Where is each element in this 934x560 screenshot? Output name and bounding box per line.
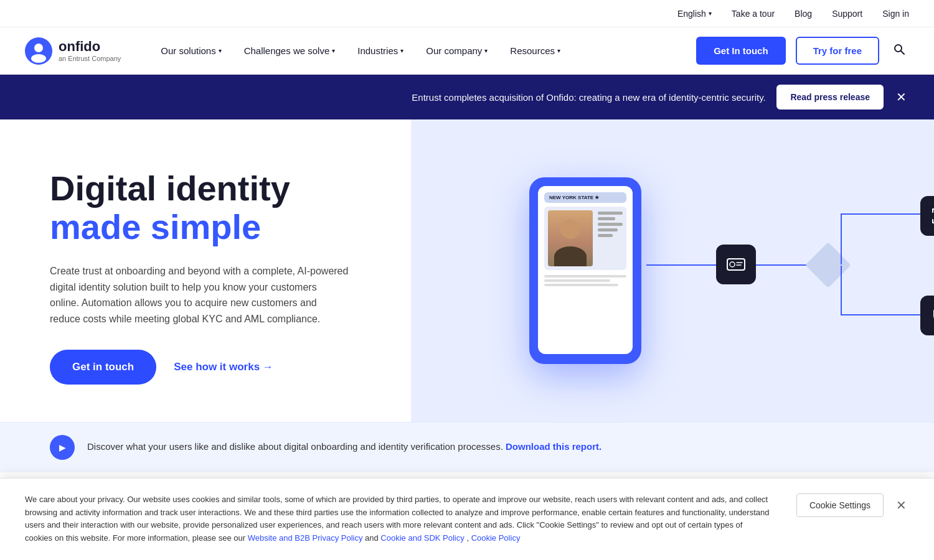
chevron-down-icon: ▾ [484,47,488,54]
hero-title-line1: Digital identity [50,169,374,208]
flow-line-v2 [841,266,842,315]
top-bar: English Take a tour Blog Support Sign in [0,0,934,27]
play-button[interactable]: ▶ [50,435,75,460]
nav-item-challenges[interactable]: Challenges we solve ▾ [234,40,346,61]
flow-line-v1 [841,215,842,264]
phone-mockup: NEW YORK STATE ★ [529,177,641,364]
flow-line-h4 [841,314,922,315]
announcement-banner: Entrust completes acquisition of Onfido:… [0,75,934,119]
search-icon [893,43,905,55]
sign-in-link[interactable]: Sign in [882,9,909,19]
info-bar-text: Discover what your users like and dislik… [87,440,601,454]
banner-text: Entrust completes acquisition of Onfido:… [401,92,777,103]
cookie-sdk-policy-link[interactable]: Cookie and SDK Policy [380,533,464,543]
nav-item-industries[interactable]: Industries ▾ [347,40,413,61]
hero-diagram: NEW YORK STATE ★ [492,165,853,376]
cookie-settings-button[interactable]: Cookie Settings [796,493,884,517]
svg-point-1 [34,44,43,52]
try-for-free-button[interactable]: Try for free [796,37,879,65]
onfido-logo-icon [25,37,52,65]
cookie-text-comma: , [466,533,471,543]
nav-actions: Get In touch Try for free [696,37,909,65]
flow-node-lower [920,296,934,335]
flow-node-upper [920,196,934,236]
cookie-text-and: and [365,533,380,543]
nav-label-company: Our company [426,45,482,56]
chevron-down-icon: ▾ [557,47,560,54]
face-scan-icon [930,206,934,226]
id-card-icon [726,254,746,274]
hero-content: Digital identity made simple Create trus… [0,119,411,422]
main-navigation: onfido an Entrust Company Our solutions … [0,27,934,75]
hero-get-in-touch-button[interactable]: Get in touch [50,350,156,385]
nav-item-company[interactable]: Our company ▾ [416,40,498,61]
info-bar: ▶ Discover what your users like and disl… [0,422,934,472]
hero-section: Digital identity made simple Create trus… [0,119,934,422]
verification-icon [930,306,934,325]
download-report-link[interactable]: Download this report. [506,441,601,452]
take-tour-link[interactable]: Take a tour [732,9,775,19]
blog-link[interactable]: Blog [795,9,812,19]
support-link[interactable]: Support [832,9,862,19]
chevron-down-icon: ▾ [332,47,335,54]
close-banner-button[interactable]: ✕ [894,87,909,107]
read-press-release-button[interactable]: Read press release [776,85,884,110]
hero-description: Create trust at onboarding and beyond wi… [50,263,349,327]
get-in-touch-button[interactable]: Get In touch [696,37,786,65]
logo-sub-text: an Entrust Company [59,55,121,62]
banner-actions: Read press release ✕ [776,85,909,110]
svg-point-6 [730,262,735,267]
nav-item-resources[interactable]: Resources ▾ [500,40,570,61]
cookie-banner: We care about your privacy. Our website … [0,478,934,560]
search-button[interactable] [889,39,909,62]
svg-line-4 [901,51,904,54]
cookie-actions: Cookie Settings ✕ [796,493,909,517]
hero-see-how-it-works-button[interactable]: See how it works → [174,361,273,373]
flow-diamond [805,242,851,288]
hero-buttons: Get in touch See how it works → [50,350,374,385]
flow-line-h3 [841,213,922,215]
hero-illustration: NEW YORK STATE ★ [411,119,934,422]
nav-item-solutions[interactable]: Our solutions ▾ [151,40,231,61]
hero-title-line2: made simple [50,208,374,246]
logo[interactable]: onfido an Entrust Company [25,37,121,65]
nav-label-challenges: Challenges we solve [244,45,330,56]
close-cookie-banner-button[interactable]: ✕ [894,495,909,515]
cookie-text: We care about your privacy. Our website … [25,493,771,545]
cookie-policy-link[interactable]: Cookie Policy [471,533,521,543]
logo-text: onfido an Entrust Company [59,39,121,62]
nav-label-solutions: Our solutions [161,45,215,56]
chevron-down-icon: ▾ [400,47,403,54]
flow-node-center [716,245,756,284]
nav-label-resources: Resources [510,45,555,56]
privacy-policy-link[interactable]: Website and B2B Privacy Policy [248,533,363,543]
nav-label-industries: Industries [357,45,398,56]
svg-point-2 [31,54,46,63]
logo-brand-name: onfido [59,39,121,54]
chevron-down-icon: ▾ [219,47,222,54]
nav-links: Our solutions ▾ Challenges we solve ▾ In… [151,40,696,61]
language-selector[interactable]: English [677,9,712,19]
